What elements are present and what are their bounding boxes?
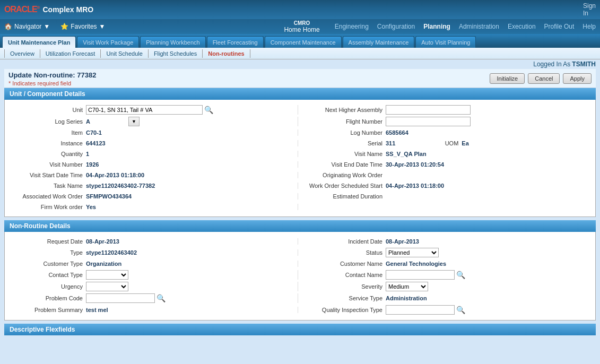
- item-label: Item: [9, 129, 86, 136]
- request-date-label: Request Date: [9, 238, 86, 245]
- log-series-label: Log Series: [9, 118, 86, 125]
- quality-inspection-input[interactable]: [386, 305, 455, 315]
- log-series-dropdown[interactable]: ▼: [128, 117, 140, 126]
- nav-arrow-icon: ▼: [44, 23, 50, 30]
- instance-label: Instance: [9, 140, 86, 146]
- est-duration-label: Estimated Duration: [309, 193, 386, 200]
- subnav-overview[interactable]: Overview: [4, 49, 40, 58]
- quality-inspection-label: Quality Inspection Type: [309, 307, 386, 313]
- execution-link[interactable]: Execution: [508, 23, 536, 30]
- visit-end-value: 30-Apr-2013 01:20:54: [386, 161, 444, 168]
- tab-ff[interactable]: Fleet Forecasting: [207, 36, 264, 48]
- firm-wo-value: Yes: [86, 204, 128, 210]
- tab-ump[interactable]: Unit Maintenance Plan: [2, 36, 76, 48]
- problem-code-label: Problem Code: [9, 295, 86, 301]
- initialize-button[interactable]: Initialize: [490, 73, 525, 84]
- logged-in-label: Logged In As: [533, 60, 570, 68]
- type-value: stype11202463402: [86, 249, 137, 256]
- status-label: Status: [309, 249, 386, 256]
- contact-name-input[interactable]: [386, 270, 455, 280]
- wo-sched-start-label: Work Order Scheduled Start: [309, 183, 386, 189]
- service-type-value: Administration: [386, 295, 428, 301]
- type-label: Type: [9, 249, 86, 256]
- contact-name-label: Contact Name: [309, 272, 386, 278]
- configuration-link[interactable]: Configuration: [377, 23, 415, 30]
- planning-link[interactable]: Planning: [423, 23, 450, 30]
- visit-start-value: 04-Apr-2013 01:18:00: [86, 172, 144, 178]
- subnav-non-routines[interactable]: Non-routines: [203, 49, 250, 58]
- visit-name-value: SS_V_QA Plan: [386, 151, 428, 157]
- home-icon: 🏠: [4, 23, 12, 30]
- severity-select[interactable]: Medium: [386, 282, 428, 291]
- problem-summary-value: test mel: [86, 307, 128, 313]
- visit-number-label: Visit Number: [9, 161, 86, 168]
- apply-button[interactable]: Apply: [563, 73, 592, 84]
- sign-in: Sign In: [583, 2, 596, 17]
- administration-link[interactable]: Administration: [459, 23, 499, 30]
- nha-label: Next Higher Assembly: [309, 107, 386, 113]
- visit-end-label: Visit End Date Time: [309, 161, 386, 168]
- assoc-wo-label: Associated Work Order: [9, 193, 86, 200]
- wo-sched-start-value: 04-Apr-2013 01:18:00: [386, 183, 444, 189]
- tab-am[interactable]: Assembly Maintenance: [343, 36, 415, 48]
- help-link[interactable]: Help: [582, 23, 596, 30]
- uom-value: Ea: [462, 140, 504, 146]
- non-routine-header: Non-Routine Details: [4, 220, 596, 232]
- instance-value: 644123: [86, 140, 128, 146]
- page-title: Update Non-routine: 77382: [8, 71, 96, 79]
- navigator-menu[interactable]: 🏠 Navigator ▼: [4, 23, 50, 30]
- nha-input[interactable]: [386, 105, 471, 115]
- problem-summary-label: Problem Summary: [9, 307, 86, 313]
- tab-avp[interactable]: Auto Visit Planning: [415, 36, 476, 48]
- status-select[interactable]: Planned: [386, 248, 439, 257]
- urgency-label: Urgency: [9, 283, 86, 290]
- unit-search-icon[interactable]: 🔍: [204, 106, 213, 114]
- flight-number-input[interactable]: [386, 117, 471, 126]
- quality-inspection-search-icon[interactable]: 🔍: [456, 306, 465, 314]
- tab-pw[interactable]: Planning Workbench: [140, 36, 205, 48]
- assoc-wo-value: SFMPWO434364: [86, 193, 132, 200]
- contact-type-select[interactable]: [86, 270, 128, 280]
- cancel-button[interactable]: Cancel: [528, 73, 560, 84]
- required-note: * Indicates required field: [8, 80, 96, 86]
- incident-date-value: 08-Apr-2013: [386, 238, 428, 245]
- flight-number-label: Flight Number: [309, 118, 386, 125]
- service-type-label: Service Type: [309, 295, 386, 301]
- profile-out-link[interactable]: Profile Out: [544, 23, 575, 30]
- problem-code-input[interactable]: [86, 293, 155, 303]
- customer-name-value: General Technologies: [386, 261, 446, 267]
- task-name-label: Task Name: [9, 183, 86, 189]
- fav-arrow-icon: ▼: [99, 23, 106, 30]
- subnav-utilization[interactable]: Utilization Forecast: [40, 49, 101, 58]
- uom-label: UOM: [435, 140, 462, 146]
- subnav-unit-schedule[interactable]: Unit Schedule: [101, 49, 149, 58]
- incident-date-label: Incident Date: [309, 238, 386, 245]
- task-name-value: stype11202463402-77382: [86, 183, 155, 189]
- urgency-select[interactable]: [86, 282, 128, 291]
- firm-wo-label: Firm Work order: [9, 204, 86, 210]
- visit-number-value: 1926: [86, 161, 128, 168]
- serial-value: 311: [386, 140, 428, 146]
- quantity-value: 1: [86, 151, 128, 157]
- logged-in-user: TSMITH: [572, 60, 596, 68]
- problem-code-search-icon[interactable]: 🔍: [156, 294, 166, 302]
- star-icon: ⭐: [60, 23, 68, 30]
- favorites-menu[interactable]: ⭐ Favorites ▼: [60, 23, 105, 30]
- engineering-link[interactable]: Engineering: [335, 23, 369, 30]
- desc-flexfields-header: Descriptive Flexfields: [4, 324, 596, 335]
- tab-vwp[interactable]: Visit Work Package: [77, 36, 139, 48]
- log-number-value: 6585664: [386, 129, 428, 136]
- customer-name-label: Customer Name: [309, 261, 386, 267]
- request-date-value: 08-Apr-2013: [86, 238, 128, 245]
- tab-cm[interactable]: Component Maintenance: [265, 36, 342, 48]
- log-number-label: Log Number: [309, 129, 386, 136]
- contact-name-search-icon[interactable]: 🔍: [456, 271, 465, 279]
- quantity-label: Quantity: [9, 151, 86, 157]
- orig-wo-label: Originating Work Order: [309, 172, 386, 178]
- subnav-flight-schedules[interactable]: Flight Schedules: [149, 49, 203, 58]
- serial-label: Serial: [309, 140, 386, 146]
- log-series-value: A: [86, 118, 128, 125]
- item-value: C70-1: [86, 129, 128, 136]
- severity-label: Severity: [309, 283, 386, 290]
- unit-input[interactable]: [86, 105, 203, 115]
